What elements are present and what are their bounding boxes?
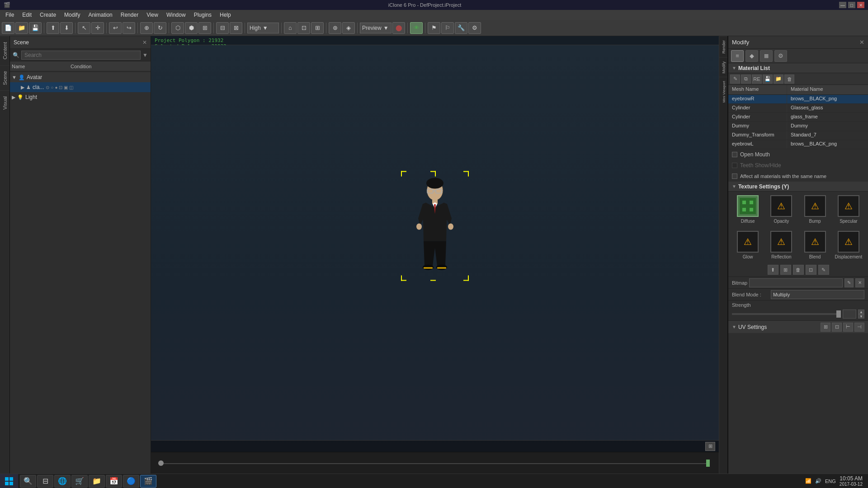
affect-all-checkbox[interactable] (732, 174, 737, 179)
menu-render[interactable]: Render (117, 11, 142, 19)
blend-thumb[interactable]: ⚠ (804, 231, 826, 253)
uv-flip-v-btn[interactable]: ⊣ (854, 323, 864, 332)
bump-thumb[interactable]: ⚠ (804, 195, 826, 217)
undo-button[interactable]: ↩ (109, 22, 122, 34)
mat-row-1[interactable]: Cylinder Glasses_glass (728, 104, 868, 113)
physics-button[interactable]: ⚑ (428, 22, 440, 34)
mat-row-4[interactable]: Dummy_Transform Standard_7 (728, 131, 868, 140)
uv-flip-h-btn[interactable]: ⊢ (843, 323, 853, 332)
sub-icon-1[interactable]: ⊙ (46, 85, 49, 90)
camera-button[interactable]: ⊟ (216, 22, 229, 34)
bitmap-clear-btn[interactable]: ✕ (855, 278, 864, 287)
open-button[interactable]: 📁 (15, 22, 28, 34)
strength-slider[interactable] (732, 313, 841, 315)
frame-all-button[interactable]: ⊡ (297, 22, 310, 34)
record-button[interactable]: ⬤ (392, 22, 405, 34)
taskbar-store-btn[interactable]: 🛒 (71, 475, 88, 488)
mini-viewport-tab[interactable]: Mini Viewport (719, 77, 727, 106)
tex-edit-btn[interactable]: ✎ (818, 265, 829, 275)
import-button[interactable]: ⬆ (47, 22, 59, 34)
quality-dropdown[interactable]: High ▼ (247, 23, 279, 33)
tex-clone-btn[interactable]: ⊡ (806, 265, 816, 275)
sub-icon-5[interactable]: ▣ (64, 85, 68, 90)
tools-button[interactable]: 🔧 (455, 22, 467, 34)
viewport-canvas[interactable]: ⊞ (151, 45, 719, 452)
preview-dropdown[interactable]: Preview ▼ (360, 23, 392, 33)
maximize-button[interactable]: □ (848, 2, 855, 8)
uv-crop-btn[interactable]: ⊡ (832, 323, 842, 332)
bitmap-input[interactable] (749, 278, 843, 287)
search-input[interactable] (21, 51, 141, 60)
scene-side-tab[interactable]: Scene (0, 65, 9, 90)
ground-button[interactable]: ⬡ (171, 22, 184, 34)
mat-row-3[interactable]: Dummy Dummy (728, 122, 868, 131)
sub-icon-4[interactable]: ⊡ (59, 85, 62, 90)
render-tab[interactable]: Render (719, 36, 727, 57)
reflection-thumb[interactable]: ⚠ (770, 231, 792, 253)
modify-tab-bone[interactable]: ◆ (745, 50, 758, 62)
content-tab[interactable]: Content (0, 36, 9, 65)
menu-help[interactable]: Help (216, 11, 235, 19)
taskbar-calendar-btn[interactable]: 📅 (106, 475, 122, 488)
menu-view[interactable]: View (143, 11, 162, 19)
persp-button[interactable]: ◈ (342, 22, 355, 34)
diffuse-thumb[interactable] (737, 195, 759, 217)
new-button[interactable]: 📄 (2, 22, 14, 34)
menu-animation[interactable]: Animation (85, 11, 116, 19)
uv-fit-btn[interactable]: ⊞ (821, 323, 830, 332)
strength-value[interactable]: 100 (843, 310, 856, 319)
modify-tab-settings[interactable]: ⚙ (774, 50, 787, 62)
plugin-button[interactable]: ⚙ (468, 22, 481, 34)
floor-button[interactable]: ⬢ (185, 22, 198, 34)
tex-delete-btn[interactable]: 🗑 (793, 265, 804, 275)
menu-plugins[interactable]: Plugins (190, 11, 215, 19)
glow-thumb[interactable]: ⚠ (737, 231, 759, 253)
close-button[interactable]: ✕ (857, 2, 864, 8)
sub-icon-6[interactable]: ◫ (69, 85, 73, 90)
start-button[interactable] (0, 474, 18, 488)
rotate-button[interactable]: ↻ (154, 22, 166, 34)
tex-import-btn[interactable]: ⬆ (768, 265, 778, 275)
menu-modify[interactable]: Modify (61, 11, 84, 19)
export-button[interactable]: ⬇ (60, 22, 73, 34)
mat-delete-btn[interactable]: 🗑 (784, 75, 794, 84)
modify-close-icon[interactable]: ✕ (859, 39, 864, 46)
taskbar-explorer-btn[interactable]: 📁 (89, 475, 105, 488)
sub-icon-2[interactable]: ○ (51, 85, 53, 90)
texture-collapse-icon[interactable]: ▼ (732, 184, 736, 189)
flag2-button[interactable]: ⚐ (441, 22, 454, 34)
menu-create[interactable]: Create (36, 11, 60, 19)
viewport[interactable]: FPS: 0 Project Polygon : 21932 Selected … (151, 36, 719, 452)
viewport-overlay-btn[interactable]: ⊞ (705, 442, 715, 451)
modify-side-tab[interactable]: Modify (719, 57, 727, 77)
timeline-track[interactable] (151, 452, 719, 474)
specular-thumb[interactable]: ⚠ (838, 195, 859, 217)
minimize-button[interactable]: — (839, 2, 846, 8)
taskbar-taskview-btn[interactable]: ⊟ (37, 475, 53, 488)
strength-down-btn[interactable]: ▼ (858, 314, 864, 319)
sub-icon-3[interactable]: ● (55, 85, 57, 90)
mat-row-5[interactable]: eyebrowL brows__BLACK_png (728, 140, 868, 149)
frame-sel-button[interactable]: ⊞ (311, 22, 324, 34)
taskbar-edge-btn[interactable]: 🌐 (54, 475, 71, 488)
timeline-playhead[interactable] (158, 460, 164, 466)
green-eye-button[interactable]: 👁 (410, 22, 423, 34)
modify-tab-material[interactable]: ≡ (731, 50, 744, 62)
menu-window[interactable]: Window (163, 11, 189, 19)
move-button[interactable]: ✛ (91, 22, 104, 34)
taskbar-iclone-btn[interactable]: 🎬 (140, 475, 156, 488)
modify-tab-texture[interactable]: ▦ (760, 50, 773, 62)
mat-replace-btn[interactable]: RE (752, 75, 762, 84)
view-mode-button[interactable]: ⊛ (329, 22, 341, 34)
displacement-thumb[interactable]: ⚠ (838, 231, 859, 253)
mat-row-0[interactable]: eyebrowR brows__BLACK_png (728, 95, 868, 104)
select-button[interactable]: ↖ (78, 22, 90, 34)
strength-up-btn[interactable]: ▲ (858, 310, 864, 314)
tree-item-cla[interactable]: ▶ ♟ cla... ⊙ ○ ● ⊡ ▣ ◫ (10, 82, 151, 92)
grid-button[interactable]: ⊞ (198, 22, 211, 34)
taskbar-chrome-btn[interactable]: 🔵 (123, 475, 139, 488)
blend-mode-select[interactable]: Multiply Normal Add (771, 290, 864, 299)
tree-item-light[interactable]: ▶ 💡 Light (10, 92, 151, 102)
redo-button[interactable]: ↪ (123, 22, 135, 34)
mat-row-2[interactable]: Cylinder glass_frame (728, 113, 868, 122)
